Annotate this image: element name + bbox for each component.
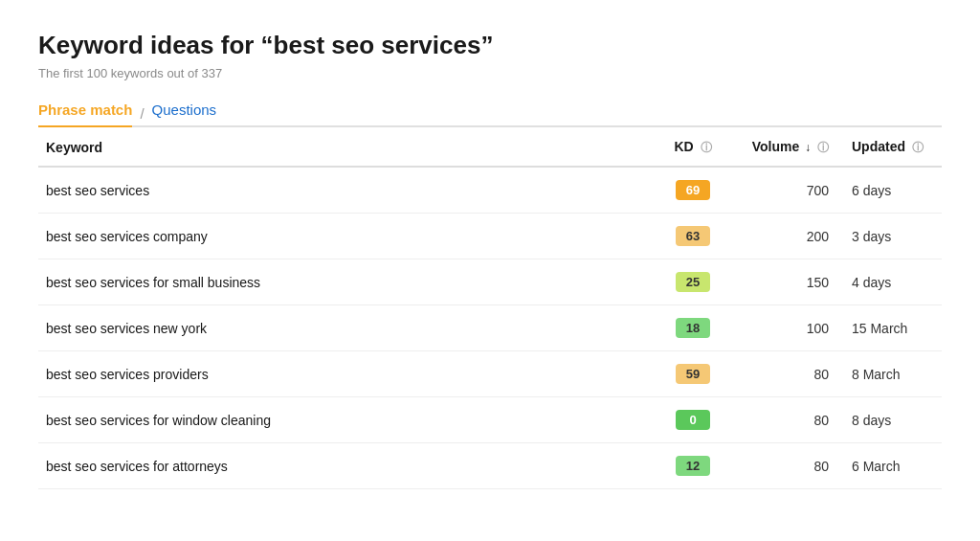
kd-cell: 69 bbox=[655, 167, 731, 214]
volume-cell: 80 bbox=[731, 443, 836, 489]
volume-cell: 700 bbox=[731, 167, 836, 214]
table-row: best seo services for window cleaning080… bbox=[38, 397, 942, 443]
table-row: best seo services providers59808 March bbox=[38, 351, 942, 397]
tab-divider: / bbox=[140, 105, 144, 122]
kd-cell: 0 bbox=[655, 397, 731, 443]
table-row: best seo services company632003 days bbox=[38, 214, 942, 259]
kd-cell: 12 bbox=[655, 443, 731, 489]
table-header-row: Keyword KD ⓘ Volume ↓ ⓘ Updated ⓘ bbox=[38, 127, 942, 167]
page-title: Keyword ideas for “best seo services” bbox=[38, 31, 942, 60]
table-row: best seo services new york1810015 March bbox=[38, 305, 942, 351]
updated-cell: 3 days bbox=[836, 214, 942, 259]
updated-cell: 15 March bbox=[836, 305, 942, 351]
tab-phrase-match[interactable]: Phrase match bbox=[38, 101, 132, 127]
keyword-cell: best seo services for window cleaning bbox=[38, 397, 655, 443]
table-body: best seo services697006 daysbest seo ser… bbox=[38, 167, 942, 489]
updated-info-icon[interactable]: ⓘ bbox=[912, 140, 924, 156]
kd-cell: 63 bbox=[655, 214, 731, 259]
volume-info-icon[interactable]: ⓘ bbox=[817, 140, 829, 156]
keywords-table: Keyword KD ⓘ Volume ↓ ⓘ Updated ⓘ best s… bbox=[38, 127, 942, 489]
keyword-cell: best seo services for attorneys bbox=[38, 443, 655, 489]
col-header-kd[interactable]: KD ⓘ bbox=[655, 127, 731, 167]
volume-cell: 150 bbox=[731, 259, 836, 305]
tab-questions[interactable]: Questions bbox=[152, 101, 217, 125]
col-header-keyword: Keyword bbox=[38, 127, 655, 167]
col-header-volume[interactable]: Volume ↓ ⓘ bbox=[731, 127, 836, 167]
tabs-container: Phrase match / Questions bbox=[38, 101, 942, 127]
kd-info-icon[interactable]: ⓘ bbox=[701, 140, 712, 156]
keyword-cell: best seo services for small business bbox=[38, 259, 655, 305]
keyword-cell: best seo services company bbox=[38, 214, 655, 259]
table-row: best seo services for small business2515… bbox=[38, 259, 942, 305]
updated-cell: 6 March bbox=[836, 443, 942, 489]
table-row: best seo services for attorneys12806 Mar… bbox=[38, 443, 942, 489]
volume-cell: 80 bbox=[731, 397, 836, 443]
kd-cell: 18 bbox=[655, 305, 731, 351]
updated-cell: 8 March bbox=[836, 351, 942, 397]
volume-sort-icon: ↓ bbox=[805, 141, 811, 154]
volume-cell: 80 bbox=[731, 351, 836, 397]
col-header-updated[interactable]: Updated ⓘ bbox=[836, 127, 942, 167]
table-row: best seo services697006 days bbox=[38, 167, 942, 214]
subtitle: The first 100 keywords out of 337 bbox=[38, 66, 942, 80]
keyword-cell: best seo services providers bbox=[38, 351, 655, 397]
keyword-cell: best seo services new york bbox=[38, 305, 655, 351]
kd-cell: 25 bbox=[655, 259, 731, 305]
updated-cell: 4 days bbox=[836, 259, 942, 305]
volume-cell: 100 bbox=[731, 305, 836, 351]
updated-cell: 6 days bbox=[836, 167, 942, 214]
volume-cell: 200 bbox=[731, 214, 836, 259]
kd-cell: 59 bbox=[655, 351, 731, 397]
updated-cell: 8 days bbox=[836, 397, 942, 443]
keyword-cell: best seo services bbox=[38, 167, 655, 214]
